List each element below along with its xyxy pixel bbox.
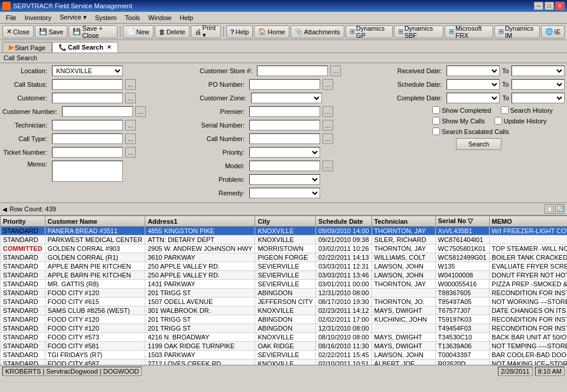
export-button[interactable]: 📋 <box>545 204 554 214</box>
table-row[interactable]: STANDARD PANERA BREAD #3511 4855 KINGSTO… <box>1 227 568 236</box>
minimize-button[interactable]: ─ <box>534 2 543 10</box>
table-row[interactable]: STANDARD MR. GATTIS (R8) 1431 PARKWAY SE… <box>1 280 568 289</box>
table-row[interactable]: STANDARD PARKWEST MEDICAL CENTER ATTN: D… <box>1 236 568 244</box>
tab-close-button[interactable]: ✕ <box>107 44 112 50</box>
col-header-memo[interactable]: MEMO <box>489 216 567 227</box>
location-select[interactable]: KNOXVILLE <box>52 66 123 76</box>
col-header-address[interactable]: Address1 <box>145 216 255 227</box>
menu-help[interactable]: Help <box>176 14 197 22</box>
customer-store-input[interactable] <box>257 66 328 76</box>
show-my-calls-label[interactable]: Show My Calls <box>432 117 485 125</box>
menu-service[interactable]: Service ▾ <box>56 13 90 22</box>
back-nav-icon[interactable]: ◀ <box>2 206 7 213</box>
model-lookup-button[interactable]: … <box>322 161 333 171</box>
technician-lookup-button[interactable]: … <box>125 120 136 130</box>
priority-select[interactable] <box>249 147 320 158</box>
table-row[interactable]: STANDARD FOOD CITY #120 201 TRIGG ST ABI… <box>1 324 568 333</box>
col-header-serial[interactable]: Serial No ▽ <box>435 216 489 227</box>
search-escalated-label[interactable]: Search Escalated Calls <box>432 128 509 135</box>
table-row[interactable]: STANDARD FOOD CITY #120 201 TRIGG ST ABI… <box>1 289 568 298</box>
premier-input[interactable] <box>249 106 320 117</box>
dynamics-im-button[interactable]: ⊞ Dynamics IM <box>494 25 540 38</box>
new-button[interactable]: 📄 New <box>123 25 154 38</box>
customer-store-lookup-button[interactable]: … <box>330 66 341 76</box>
home-button[interactable]: 🏠 Home <box>254 25 289 38</box>
dynamics-sbf-button[interactable]: ⊞ Dynamics SBF <box>394 25 444 38</box>
show-completed-checkbox[interactable] <box>432 106 440 114</box>
received-date-to[interactable] <box>511 66 565 76</box>
table-row[interactable]: STANDARD APPLE BARN PIE KITCHEN 250 APPL… <box>1 271 568 280</box>
table-row[interactable]: STANDARD TGI FRIDAYS (R7) 1503 PARKWAY S… <box>1 351 568 360</box>
technician-input[interactable] <box>52 120 123 130</box>
po-number-input[interactable] <box>249 79 320 90</box>
show-my-calls-checkbox[interactable] <box>432 117 440 125</box>
menu-file[interactable]: File <box>2 14 20 22</box>
delete-button[interactable]: 🗑 Delete <box>155 25 190 38</box>
search-button[interactable]: Search <box>456 138 501 150</box>
customer-number-input[interactable] <box>62 106 133 117</box>
table-row[interactable]: STANDARD GOLDEN CORRAL (R1) 3610 PARKWAY… <box>1 253 568 262</box>
ticket-number-input[interactable] <box>52 147 123 158</box>
problem-select[interactable] <box>249 174 320 185</box>
col-header-priority[interactable]: Priority <box>1 216 45 227</box>
col-header-customer[interactable]: Customer Name <box>45 216 145 227</box>
search-escalated-checkbox[interactable] <box>432 128 440 135</box>
call-number-input[interactable] <box>249 133 320 144</box>
close-button[interactable]: ✕ Close <box>2 25 34 38</box>
table-row[interactable]: STANDARD FOOD CITY #581 1199 OAK RIDGE T… <box>1 342 568 351</box>
table-row[interactable]: STANDARD FOOD CITY #587 2712 LOVES CREEK… <box>1 360 568 365</box>
menu-tools[interactable]: Tools <box>121 14 144 22</box>
serial-number-input[interactable] <box>249 120 320 130</box>
customer-lookup-button[interactable]: … <box>125 93 136 103</box>
refresh-button[interactable]: 🔄 <box>555 204 565 214</box>
table-row[interactable]: STANDARD FOOD CITY #615 1507 ODELL AVENU… <box>1 298 568 306</box>
schedule-date-from[interactable] <box>447 79 500 90</box>
table-row[interactable]: STANDARD SAMS CLUB #8256 (WEST) 301 WALB… <box>1 306 568 315</box>
maximize-button[interactable]: □ <box>545 2 554 10</box>
received-date-from[interactable] <box>447 66 500 76</box>
update-history-checkbox[interactable] <box>494 117 502 125</box>
help-button[interactable]: ? Help <box>226 25 253 38</box>
attachments-button[interactable]: 📎 Attachments <box>291 25 344 38</box>
complete-date-from[interactable] <box>447 93 500 103</box>
call-type-lookup-button[interactable]: … <box>125 133 136 144</box>
menu-system[interactable]: System <box>92 14 120 22</box>
call-status-input[interactable] <box>52 79 123 90</box>
show-completed-label[interactable]: Show Completed <box>432 106 491 114</box>
tab-start-page[interactable]: ▶ Start Page <box>2 42 52 53</box>
save-button[interactable]: 💾 Save <box>35 25 67 38</box>
customer-number-lookup-button[interactable]: … <box>135 106 146 117</box>
table-row[interactable]: STANDARD FOOD CITY #120 201 TRIGG ST ABI… <box>1 315 568 324</box>
table-row[interactable]: STANDARD APPLE BARN PIE KITCHEN 250 APPL… <box>1 262 568 271</box>
table-row[interactable]: STANDARD FOOD CITY #573 4216 N. BROADWAY… <box>1 333 568 342</box>
ie-button[interactable]: 🌐 IE <box>541 25 565 38</box>
dynamics-gp-button[interactable]: ⊞ Dynamics GP <box>346 25 393 38</box>
memo-input[interactable] <box>52 161 123 182</box>
model-input[interactable] <box>249 161 320 171</box>
search-history-label[interactable]: Search History <box>501 106 553 114</box>
po-number-lookup-button[interactable]: … <box>322 79 333 90</box>
serial-number-lookup-button[interactable]: … <box>322 120 333 130</box>
remedy-select[interactable] <box>249 188 320 198</box>
premier-lookup-button[interactable]: … <box>322 106 333 117</box>
menu-inventory[interactable]: Inventory <box>21 14 55 22</box>
tab-call-search[interactable]: 📞 Call Search ✕ <box>52 42 118 53</box>
microsoft-frx-button[interactable]: ⊞ Microsoft FRX <box>445 25 493 38</box>
col-header-city[interactable]: City <box>255 216 316 227</box>
window-close-button[interactable]: ✕ <box>555 2 565 10</box>
ticket-number-lookup-button[interactable]: … <box>125 147 136 158</box>
print-button[interactable]: 🖨 Print ▾ <box>191 25 221 38</box>
col-header-schedule[interactable]: Schedule Date <box>315 216 372 227</box>
complete-date-to[interactable] <box>511 93 565 103</box>
customer-input[interactable] <box>52 93 123 103</box>
results-table-wrapper[interactable]: Priority Customer Name Address1 City Sch… <box>0 215 567 365</box>
search-history-checkbox[interactable] <box>501 106 509 114</box>
col-header-technician[interactable]: Technician <box>372 216 435 227</box>
customer-zone-select[interactable] <box>251 93 322 103</box>
schedule-date-to[interactable] <box>511 79 565 90</box>
call-type-input[interactable] <box>52 133 123 144</box>
call-number-lookup-button[interactable]: … <box>322 133 333 144</box>
save-close-button[interactable]: 💾 Save + Close <box>69 25 118 38</box>
table-row[interactable]: COMMITTED GOLDEN CORRAL #903 2905 W. AND… <box>1 244 568 253</box>
call-status-lookup-button[interactable]: … <box>125 79 136 90</box>
